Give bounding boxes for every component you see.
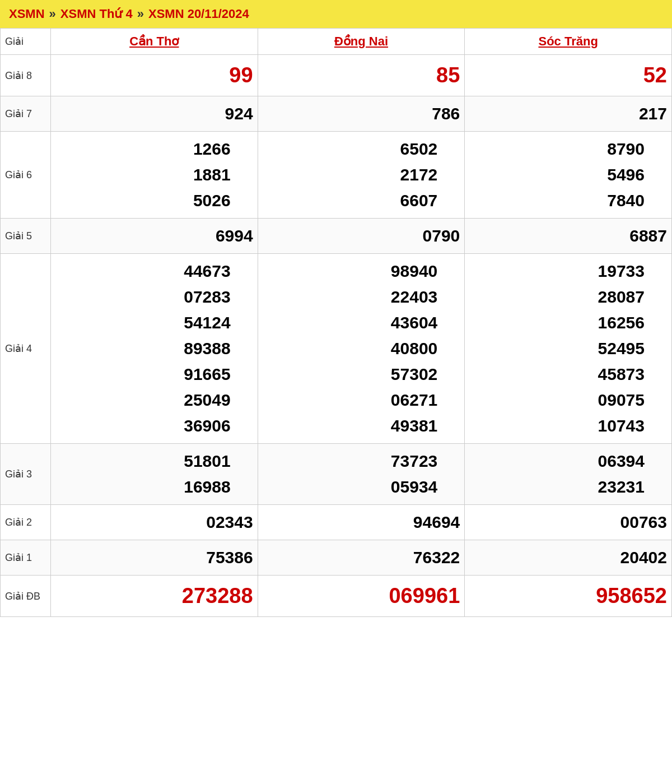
- number-cell: 786: [258, 96, 465, 132]
- number-cell: 650221726607: [258, 132, 465, 219]
- number-cell: 273288: [50, 576, 258, 617]
- header-giai: Giải: [1, 29, 51, 55]
- header-province-soctrang: Sóc Trăng: [465, 29, 672, 55]
- row-label: Giải 5: [1, 219, 51, 254]
- number-cell: 6994: [50, 219, 258, 254]
- lottery-table: Giải Cần Thơ Đồng Nai Sóc Trăng Giải 899…: [0, 28, 672, 617]
- table-row: Giải 7924786217: [1, 96, 672, 132]
- row-label: Giải 1: [1, 540, 51, 576]
- sep1: »: [49, 7, 56, 21]
- table-row: Giải 3518011698873723059340639423231: [1, 444, 672, 505]
- number-cell: 75386: [50, 540, 258, 576]
- breadcrumb-thu4[interactable]: XSMN Thứ 4: [60, 7, 133, 21]
- header-province-cantho: Cần Thơ: [50, 29, 258, 55]
- table-header-row: Giải Cần Thơ Đồng Nai Sóc Trăng: [1, 29, 672, 55]
- number-cell: 85: [258, 55, 465, 96]
- number-cell: 069961: [258, 576, 465, 617]
- table-row: Giải 44467307283541248938891665250493690…: [1, 254, 672, 444]
- number-cell: 76322: [258, 540, 465, 576]
- province-link-soctrang[interactable]: Sóc Trăng: [538, 34, 598, 48]
- number-cell: 19733280871625652495458730907510743: [465, 254, 672, 444]
- number-cell: 44673072835412489388916652504936906: [50, 254, 258, 444]
- row-label: Giải 3: [1, 444, 51, 505]
- row-label: Giải 8: [1, 55, 51, 96]
- number-cell: 5180116988: [50, 444, 258, 505]
- header-breadcrumb: XSMN » XSMN Thứ 4 » XSMN 20/11/2024: [0, 0, 672, 28]
- table-row: Giải 2023439469400763: [1, 505, 672, 540]
- number-cell: 958652: [465, 576, 672, 617]
- table-row: Giải 8998552: [1, 55, 672, 96]
- number-cell: 52: [465, 55, 672, 96]
- table-row: Giải ĐB273288069961958652: [1, 576, 672, 617]
- number-cell: 126618815026: [50, 132, 258, 219]
- number-cell: 0790: [258, 219, 465, 254]
- row-label: Giải 6: [1, 132, 51, 219]
- row-label: Giải 7: [1, 96, 51, 132]
- number-cell: 6887: [465, 219, 672, 254]
- table-row: Giải 5699407906887: [1, 219, 672, 254]
- row-label: Giải ĐB: [1, 576, 51, 617]
- header-province-dongnai: Đồng Nai: [258, 29, 465, 55]
- row-label: Giải 4: [1, 254, 51, 444]
- province-link-dongnai[interactable]: Đồng Nai: [334, 34, 388, 48]
- number-cell: 7372305934: [258, 444, 465, 505]
- row-label: Giải 2: [1, 505, 51, 540]
- number-cell: 00763: [465, 505, 672, 540]
- sep2: »: [137, 7, 144, 21]
- number-cell: 0639423231: [465, 444, 672, 505]
- province-link-cantho[interactable]: Cần Thơ: [129, 34, 179, 48]
- number-cell: 94694: [258, 505, 465, 540]
- number-cell: 879054967840: [465, 132, 672, 219]
- number-cell: 98940224034360440800573020627149381: [258, 254, 465, 444]
- table-row: Giải 61266188150266502217266078790549678…: [1, 132, 672, 219]
- breadcrumb-date[interactable]: XSMN 20/11/2024: [148, 7, 249, 21]
- number-cell: 924: [50, 96, 258, 132]
- number-cell: 217: [465, 96, 672, 132]
- number-cell: 02343: [50, 505, 258, 540]
- number-cell: 99: [50, 55, 258, 96]
- table-row: Giải 1753867632220402: [1, 540, 672, 576]
- number-cell: 20402: [465, 540, 672, 576]
- breadcrumb-xsmn[interactable]: XSMN: [9, 7, 45, 21]
